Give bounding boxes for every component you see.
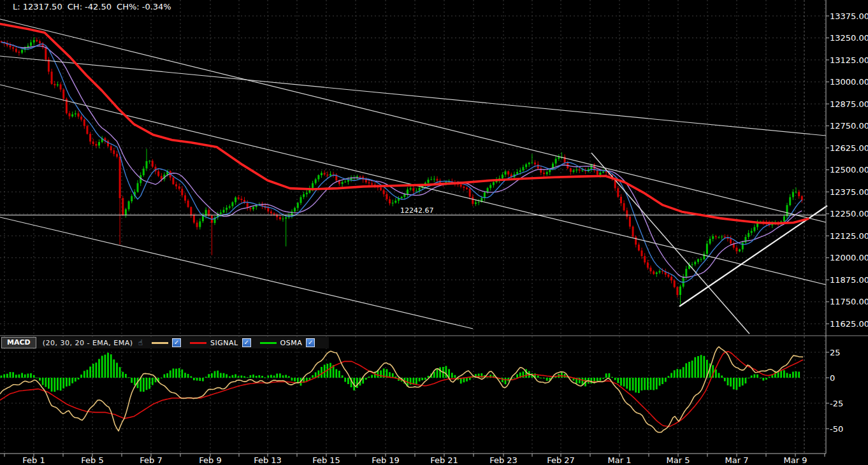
macd-panel xyxy=(0,347,803,432)
svg-text:13125.00: 13125.00 xyxy=(830,55,868,65)
svg-text:Mar 1: Mar 1 xyxy=(608,455,632,465)
svg-text:Mar 9: Mar 9 xyxy=(784,455,807,465)
svg-text:13250.00: 13250.00 xyxy=(830,33,868,43)
signal-label: SIGNAL xyxy=(210,339,238,347)
ma-overlays xyxy=(1,42,802,282)
macd-line-checkbox[interactable]: ✓ xyxy=(172,338,181,347)
svg-text:11625.00: 11625.00 xyxy=(830,319,868,329)
svg-text:11875.00: 11875.00 xyxy=(830,275,868,285)
change-value: -42.50 xyxy=(85,2,112,11)
macd-params: (20, 30, 20 - EMA, EMA) xyxy=(43,339,133,347)
svg-text:Feb 23: Feb 23 xyxy=(489,455,517,465)
svg-text:11750.00: 11750.00 xyxy=(830,297,868,306)
change-pct-label: CH%: xyxy=(117,2,140,11)
osma-checkbox[interactable]: ✓ xyxy=(306,338,315,347)
svg-text:12250.00: 12250.00 xyxy=(830,209,868,218)
change-label: CH: xyxy=(68,2,82,11)
price-info: L:12317.50 CH:-42.50 CH%:-0.34% xyxy=(13,2,174,11)
svg-text:Feb 7: Feb 7 xyxy=(140,455,162,465)
hand-tool-icon[interactable]: ☝ xyxy=(138,338,143,347)
svg-text:Feb 15: Feb 15 xyxy=(312,455,340,465)
svg-text:Mar 5: Mar 5 xyxy=(667,455,690,465)
svg-text:Feb 9: Feb 9 xyxy=(199,455,221,465)
change-pct-value: -0.34% xyxy=(142,2,171,11)
svg-text:-50: -50 xyxy=(830,424,843,434)
svg-text:12750.00: 12750.00 xyxy=(830,121,868,131)
svg-text:0: 0 xyxy=(830,373,835,383)
signal-checkbox[interactable]: ✓ xyxy=(242,338,251,347)
trendlines-layer[interactable]: 12242.67 xyxy=(0,19,827,334)
svg-text:Feb 21: Feb 21 xyxy=(430,455,458,465)
chart-window: { "header": { "last_label": "L:", "last_… xyxy=(0,0,868,465)
svg-text:12000.00: 12000.00 xyxy=(830,253,868,262)
svg-text:Feb 5: Feb 5 xyxy=(81,455,103,465)
svg-text:12375.00: 12375.00 xyxy=(830,187,868,197)
svg-text:25: 25 xyxy=(830,348,841,357)
osma-label: OSMA xyxy=(280,339,303,347)
svg-text:Feb 27: Feb 27 xyxy=(547,455,575,465)
axes-layer[interactable]: 13375.0013250.0013125.0013000.0012875.00… xyxy=(0,0,868,465)
svg-text:-25: -25 xyxy=(830,399,843,408)
svg-text:Mar 7: Mar 7 xyxy=(725,455,749,465)
signal-line-swatch xyxy=(190,342,206,344)
svg-text:12625.00: 12625.00 xyxy=(830,143,868,153)
svg-text:12875.00: 12875.00 xyxy=(830,99,868,109)
svg-text:13000.00: 13000.00 xyxy=(830,77,868,87)
osma-histogram xyxy=(1,353,800,393)
candles-layer xyxy=(1,37,803,304)
svg-text:12125.00: 12125.00 xyxy=(830,231,868,241)
osma-swatch xyxy=(260,342,277,344)
macd-study-button[interactable]: MACD xyxy=(1,337,36,348)
macd-line-swatch xyxy=(152,342,168,344)
svg-text:Feb 13: Feb 13 xyxy=(254,455,282,465)
horizontal-price-label: 12242.67 xyxy=(400,206,434,215)
chart-canvas[interactable]: 12242.6713375.0013250.0013125.0013000.00… xyxy=(0,0,868,465)
last-label: L: xyxy=(13,2,20,11)
svg-text:Feb 1: Feb 1 xyxy=(22,455,45,465)
svg-text:13375.00: 13375.00 xyxy=(830,11,868,21)
svg-text:12500.00: 12500.00 xyxy=(830,165,868,175)
last-value: 12317.50 xyxy=(23,2,62,11)
ma-fast-line xyxy=(1,42,802,282)
macd-header: MACD (20, 30, 20 - EMA, EMA) ☝ ✓ SIGNAL … xyxy=(1,337,329,348)
svg-text:Feb 19: Feb 19 xyxy=(372,455,400,465)
